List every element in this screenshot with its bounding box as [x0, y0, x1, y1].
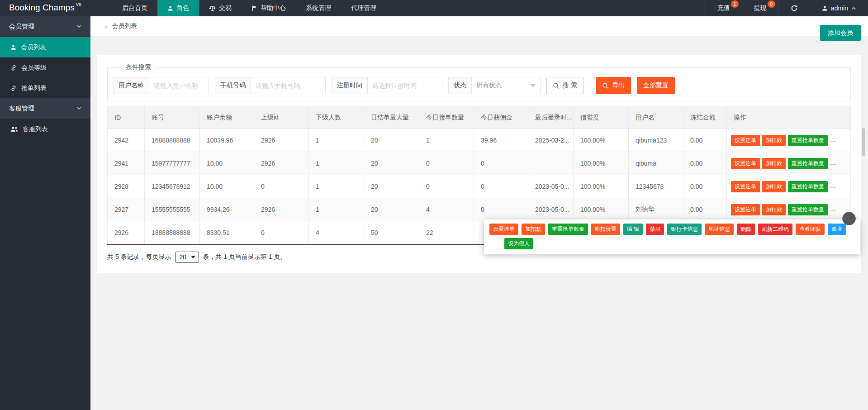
- menu-toggle-button[interactable]: [90, 0, 112, 16]
- sidebar-item-service-list[interactable]: 客服列表: [0, 119, 90, 139]
- row-action-reset-grab-count[interactable]: 重置抢单数量: [788, 181, 828, 192]
- reset-all-button[interactable]: 全部重置: [637, 77, 675, 94]
- top-nav-label: 代理管理: [351, 4, 376, 12]
- notification-badge: 0: [768, 0, 775, 8]
- column-header: 今日获佣金: [474, 106, 528, 129]
- add-member-button[interactable]: 添加会员: [820, 25, 861, 41]
- cell: 刘德华: [629, 198, 683, 221]
- top-nav-trade[interactable]: 交易: [199, 0, 242, 16]
- cell: 4: [419, 198, 474, 221]
- popup-action-address-info[interactable]: 地址信息: [705, 224, 734, 235]
- cell: 20: [364, 175, 419, 198]
- topbar-right: 充值1提现0admin: [705, 0, 868, 16]
- top-nav-help-center[interactable]: 帮助中心: [242, 0, 296, 16]
- sidebar-group-member-management[interactable]: 会员管理: [0, 16, 90, 37]
- popup-action-view-team[interactable]: 查看团队: [796, 224, 825, 235]
- search-button[interactable]: 搜 索: [546, 77, 583, 94]
- cell: 2926: [254, 129, 309, 152]
- filters-row: 用户名称手机号码注册时间状态所有状态搜 索导出全部重置: [113, 76, 845, 94]
- export-button[interactable]: 导出: [596, 77, 631, 94]
- popup-action-delete[interactable]: 删除: [737, 224, 755, 235]
- cell: 1: [309, 152, 364, 175]
- cell: 0: [419, 152, 474, 175]
- popup-action-refresh-qrcode[interactable]: 刷新二维码: [758, 224, 792, 235]
- filter-label: 状态: [448, 77, 472, 94]
- filter-phone: 手机号码: [215, 77, 326, 94]
- top-nav-label: 后台首页: [122, 4, 147, 12]
- top-action-label: 提现: [754, 4, 767, 12]
- page-size-select[interactable]: 20: [175, 252, 199, 263]
- popup-close-button[interactable]: [842, 212, 856, 225]
- phone-input[interactable]: [251, 77, 326, 94]
- popup-action-set-series-order[interactable]: 设置连单: [489, 224, 518, 235]
- row-action-reset-grab-count[interactable]: 重置抢单数量: [788, 158, 828, 169]
- top-action-withdraw[interactable]: 提现0: [742, 0, 778, 16]
- row-action-add-deduct-funds[interactable]: 加扣款: [762, 158, 786, 169]
- row-action-reset-grab-count[interactable]: 重置抢单数量: [788, 135, 828, 146]
- more-actions-button[interactable]: …: [830, 183, 836, 190]
- top-action-recharge[interactable]: 充值1: [705, 0, 742, 16]
- cell: 0: [254, 175, 309, 198]
- select-value: 所有状态: [476, 81, 502, 90]
- popup-action-set-as-fake[interactable]: 设为假人: [504, 238, 533, 249]
- popup-action-disable[interactable]: 禁用: [646, 224, 664, 235]
- top-action-label: 充值: [717, 4, 730, 12]
- row-action-reset-grab-count[interactable]: 重置抢单数量: [788, 204, 828, 215]
- row-action-add-deduct-funds[interactable]: 加扣款: [762, 204, 786, 215]
- row-action-set-series-order[interactable]: 设置连单: [731, 135, 760, 146]
- sidebar-item-member-list[interactable]: 会员列表: [0, 37, 90, 57]
- username-input[interactable]: [149, 77, 209, 94]
- pagination-prefix: 共 5 条记录，每页显示: [107, 253, 171, 261]
- popup-action-bank-card-info[interactable]: 银行卡信息: [667, 224, 702, 235]
- top-nav-label: 角色: [176, 4, 189, 12]
- row-action-add-deduct-funds[interactable]: 加扣款: [762, 181, 786, 192]
- more-actions-button[interactable]: …: [830, 206, 836, 213]
- register-time-input[interactable]: [368, 77, 442, 94]
- top-action-refresh[interactable]: [778, 0, 810, 16]
- top-action-admin[interactable]: admin: [810, 0, 868, 16]
- popup-action-account-changes[interactable]: 账变: [828, 224, 846, 235]
- column-header: 下级人数: [309, 106, 364, 129]
- app-logo: Booking ChampsV8: [0, 0, 90, 16]
- top-nav-dashboard[interactable]: 后台首页: [112, 0, 157, 16]
- cell: 2023-05-0...: [528, 198, 574, 221]
- cell: 100.00%: [574, 198, 629, 221]
- cell: 2941: [108, 152, 145, 175]
- popup-action-edit[interactable]: 编 辑: [623, 224, 643, 235]
- row-action-set-series-order[interactable]: 设置连单: [731, 204, 760, 215]
- popup-action-reset-grab-count[interactable]: 重置抢单数量: [548, 224, 588, 235]
- more-actions-button[interactable]: …: [830, 160, 836, 167]
- cell: 9934.26: [200, 198, 254, 221]
- top-nav-agent[interactable]: 代理管理: [341, 0, 386, 16]
- row-action-set-series-order[interactable]: 设置连单: [731, 181, 760, 192]
- cell: 2942: [108, 129, 145, 152]
- top-nav-roles[interactable]: 角色: [157, 0, 199, 16]
- status-select[interactable]: 所有状态: [472, 77, 541, 94]
- row-actions-cell: 设置连单加扣款重置抢单数量…: [727, 175, 851, 198]
- cell: qibuma: [629, 152, 683, 175]
- column-header: 操作: [727, 106, 851, 129]
- page-size-value: 20: [180, 253, 187, 261]
- sidebar-group-service-management[interactable]: 客服管理: [0, 98, 90, 119]
- sidebar-item-member-level[interactable]: 会员等级: [0, 57, 90, 78]
- filter-label: 手机号码: [215, 77, 251, 94]
- link-icon: [10, 65, 17, 71]
- row-action-add-deduct-funds[interactable]: 加扣款: [762, 135, 786, 146]
- sidebar-item-grab-order-list[interactable]: 抢单列表: [0, 78, 90, 98]
- cell: 50: [364, 221, 419, 244]
- cell: 2927: [108, 198, 145, 221]
- button-label: 搜 索: [563, 81, 577, 90]
- cell: 15555555555: [145, 198, 200, 221]
- top-nav-system[interactable]: 系统管理: [296, 0, 341, 16]
- popup-action-hidden-deduct-settings[interactable]: 暗扣设置: [591, 224, 620, 235]
- column-header: ID: [108, 106, 145, 129]
- cell: 0.00: [683, 175, 727, 198]
- row-action-set-series-order[interactable]: 设置连单: [731, 158, 760, 169]
- scrollbar-thumb[interactable]: [862, 128, 865, 156]
- more-actions-button[interactable]: …: [830, 137, 836, 143]
- cell: 22: [419, 221, 474, 244]
- table-row: 2927155555555559934.262926120402023-05-0…: [108, 198, 851, 221]
- filter-register-time: 注册时间: [332, 77, 442, 94]
- popup-action-add-deduct-funds[interactable]: 加扣款: [522, 224, 545, 235]
- cell: 12345678912: [145, 175, 200, 198]
